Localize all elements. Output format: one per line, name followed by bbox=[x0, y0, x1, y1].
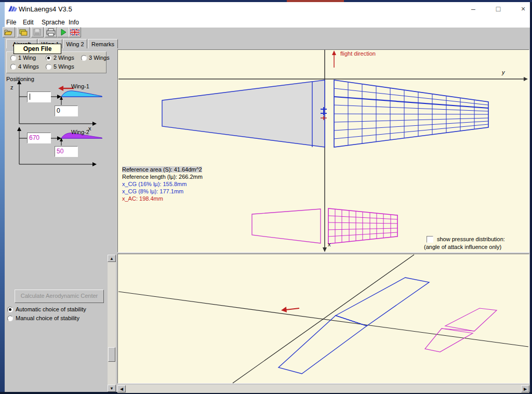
radio-manual-stability-label: Manual choice of stability bbox=[16, 315, 79, 321]
desktop-edge-right bbox=[530, 2, 532, 392]
wing2-z-offset-field[interactable]: 50 bbox=[55, 146, 78, 157]
open-file-tooltip: Open File bbox=[14, 44, 61, 54]
tab-remarks[interactable]: Remarks bbox=[88, 39, 118, 48]
run-icon bbox=[58, 28, 69, 36]
menu-sprache[interactable]: Sprache bbox=[42, 19, 65, 26]
radio-2-wings-label: 2 Wings bbox=[54, 55, 74, 61]
toolbar bbox=[5, 28, 530, 39]
horizontal-scrollbar[interactable] bbox=[117, 385, 529, 393]
radio-5-wings[interactable] bbox=[46, 64, 51, 70]
language-english-flag-icon bbox=[70, 28, 80, 36]
minimize-button[interactable]: – bbox=[466, 4, 481, 14]
x-axis-label: x bbox=[328, 241, 331, 247]
open-file-icon bbox=[4, 28, 14, 36]
x-ac-value: x_AC: 198.4mm bbox=[122, 195, 163, 202]
wing1-z-axis-label: z bbox=[10, 84, 14, 90]
radio-4-wings[interactable] bbox=[10, 64, 16, 70]
wing1-name-label: Wing-1 bbox=[71, 83, 89, 89]
menu-bar bbox=[5, 17, 530, 28]
open-file-button[interactable] bbox=[3, 27, 15, 37]
open-project-icon bbox=[18, 28, 29, 36]
wing1-x-offset-field[interactable] bbox=[27, 91, 51, 102]
scroll-down-button[interactable]: ▼ bbox=[108, 385, 116, 392]
reference-length-value: Reference length (lµ): 266.2mm bbox=[122, 174, 203, 180]
close-button[interactable]: × bbox=[515, 4, 531, 14]
wing2-x-offset-field[interactable]: 670 bbox=[27, 133, 51, 143]
desktop-edge-left bbox=[0, 2, 5, 392]
save-button[interactable] bbox=[31, 27, 44, 37]
radio-automatic-stability[interactable] bbox=[7, 307, 13, 312]
calculate-aerodynamic-center-button[interactable]: Calculate Aerodynamic Center bbox=[15, 290, 104, 303]
tab-wing2[interactable]: Wing 2 bbox=[63, 39, 87, 48]
vertical-scrollbar[interactable] bbox=[108, 255, 116, 392]
menu-file[interactable]: File bbox=[6, 19, 16, 26]
x-cg-8-value: x_CG (8% lµ): 177.1mm bbox=[122, 188, 183, 194]
top-view-pane bbox=[117, 49, 529, 253]
wing2-name-label: Wing-2 bbox=[71, 129, 89, 135]
three-d-view-pane bbox=[117, 254, 529, 384]
title-bar bbox=[5, 2, 530, 17]
wing1-z-offset-field[interactable]: 0 bbox=[55, 106, 78, 116]
radio-4-wings-label: 4 Wings bbox=[18, 63, 39, 70]
radio-5-wings-label: 5 Wings bbox=[54, 63, 74, 70]
scroll-up-button[interactable]: ▲ bbox=[108, 255, 116, 262]
scroll-left-button[interactable]: ◀ bbox=[117, 385, 126, 392]
radio-3-wings[interactable] bbox=[81, 55, 87, 61]
radio-1-wing[interactable] bbox=[10, 55, 16, 61]
language-button[interactable] bbox=[69, 27, 81, 37]
flight-direction-label: flight direction bbox=[340, 50, 376, 57]
x-cg-16-value: x_CG (16% lµ): 155.8mm bbox=[122, 181, 187, 187]
menu-edit[interactable]: Edit bbox=[23, 19, 34, 26]
radio-automatic-stability-label: Automatic choice of stability bbox=[16, 306, 86, 312]
scroll-right-button[interactable]: ▶ bbox=[521, 385, 529, 392]
app-window: WinLaengs4 V3.5 – □ × File Edit Sprache … bbox=[0, 0, 532, 394]
save-icon bbox=[32, 28, 43, 36]
print-button[interactable] bbox=[45, 27, 57, 37]
radio-3-wings-label: 3 Wings bbox=[89, 55, 110, 61]
radio-1-wing-label: 1 Wing bbox=[18, 55, 36, 61]
maximize-button[interactable]: □ bbox=[490, 4, 506, 14]
radio-2-wings[interactable] bbox=[46, 55, 51, 61]
pressure-distribution-note: (angle of attack influence only) bbox=[424, 244, 501, 250]
app-logo-icon bbox=[7, 5, 18, 13]
text-caret bbox=[30, 94, 30, 100]
print-icon bbox=[46, 28, 56, 36]
pressure-distribution-checkbox[interactable] bbox=[427, 236, 433, 243]
run-button[interactable] bbox=[57, 27, 70, 37]
y-axis-label: y bbox=[502, 69, 505, 75]
open-project-button[interactable] bbox=[17, 27, 30, 37]
window-title: WinLaengs4 V3.5 bbox=[19, 5, 72, 13]
menu-info[interactable]: Info bbox=[69, 19, 79, 26]
positioning-title: Positioning bbox=[6, 76, 34, 82]
pressure-distribution-label: show pressure distribution: bbox=[437, 236, 505, 242]
radio-manual-stability[interactable] bbox=[7, 316, 13, 321]
reference-area-value: Reference area (S): 41.64dm^2 bbox=[122, 166, 202, 173]
vertical-scrollbar-thumb[interactable] bbox=[108, 347, 115, 362]
